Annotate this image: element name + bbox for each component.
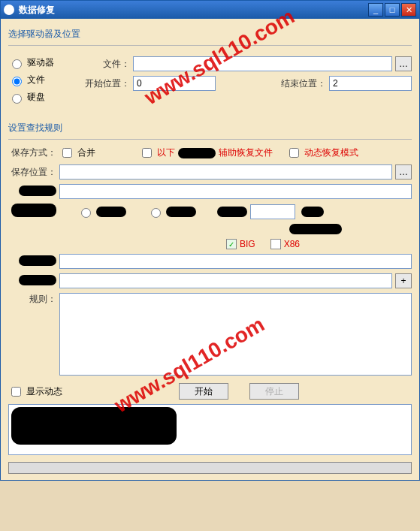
aux-checkbox[interactable]: 以下辅助恢复文件 — [139, 146, 273, 160]
saveloc-browse-button[interactable]: … — [395, 164, 412, 180]
merge-checkbox[interactable]: 合并 — [59, 146, 95, 160]
rules-label: 规则： — [8, 293, 56, 306]
app-icon — [4, 5, 14, 15]
redacted-radio-2[interactable] — [147, 206, 196, 218]
titlebar: 数据修复 _ □ ✕ — [1, 1, 419, 19]
file-input[interactable] — [133, 56, 392, 71]
source-radio-group: 驱动器 文件 硬盘 — [8, 52, 76, 108]
saveloc-input[interactable] — [59, 164, 392, 180]
maximize-button[interactable]: □ — [385, 3, 400, 17]
redacted-label-4 — [8, 255, 56, 268]
redacted-radio-1[interactable] — [77, 206, 126, 218]
redacted-input-1[interactable] — [59, 184, 412, 199]
saveloc-label: 保存位置： — [8, 166, 56, 179]
minimize-button[interactable]: _ — [368, 3, 383, 17]
showdyn-checkbox[interactable]: 显示动态 — [8, 385, 62, 399]
close-button[interactable]: ✕ — [401, 3, 416, 17]
startpos-label: 开始位置： — [82, 77, 130, 90]
savemode-label: 保存方式： — [8, 146, 56, 159]
redacted-label-1 — [8, 186, 56, 198]
app-window: 数据修复 _ □ ✕ 选择驱动器及位置 驱动器 文件 硬盘 文件： … — [0, 0, 420, 481]
redacted-label-5 — [8, 275, 56, 288]
start-button[interactable]: 开始 — [179, 383, 228, 400]
redacted-label-2 — [8, 204, 56, 219]
redacted-log — [11, 407, 177, 445]
section1-title: 选择驱动器及位置 — [8, 28, 412, 41]
content-area: 选择驱动器及位置 驱动器 文件 硬盘 文件： … 开始位置： 结束位置： — [1, 19, 419, 480]
add-button[interactable]: + — [395, 273, 412, 288]
redacted-input-4[interactable] — [59, 254, 412, 269]
stop-button[interactable]: 停止 — [249, 383, 299, 400]
radio-disk[interactable]: 硬盘 — [8, 91, 76, 104]
section2-title: 设置查找规则 — [8, 122, 412, 134]
window-title: 数据修复 — [19, 4, 368, 17]
startpos-input[interactable] — [133, 76, 216, 91]
redacted-input-5[interactable] — [59, 273, 392, 288]
endpos-input[interactable] — [329, 76, 412, 91]
rules-textarea[interactable] — [59, 293, 412, 376]
window-buttons: _ □ ✕ — [368, 3, 416, 17]
redacted-input-2[interactable] — [250, 204, 295, 219]
endpos-label: 结束位置： — [278, 77, 326, 90]
progress-bar — [8, 462, 412, 474]
dynmode-checkbox[interactable]: 动态恢复模式 — [286, 146, 358, 160]
redacted-text-3 — [289, 224, 342, 234]
x86-checkbox[interactable]: X86 — [270, 239, 300, 249]
file-label: 文件： — [82, 58, 130, 71]
file-browse-button[interactable]: … — [395, 56, 412, 71]
radio-drive[interactable]: 驱动器 — [8, 56, 76, 69]
radio-file[interactable]: 文件 — [8, 74, 76, 86]
big-checkbox[interactable]: ✓BIG — [226, 239, 255, 249]
